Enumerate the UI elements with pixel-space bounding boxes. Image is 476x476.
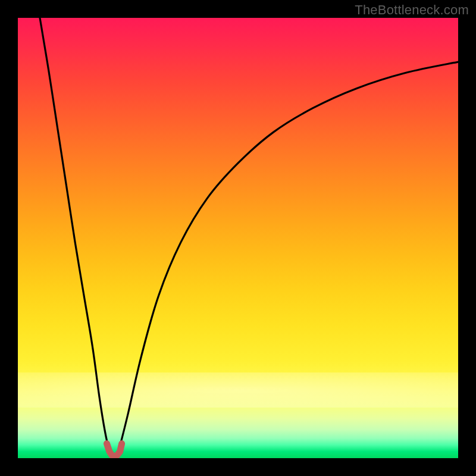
- plot-area: [18, 18, 458, 458]
- curve-layer: [18, 18, 458, 458]
- curve-left-branch: [40, 18, 110, 456]
- watermark-text: TheBottleneck.com: [355, 2, 469, 18]
- chart-frame: TheBottleneck.com: [0, 0, 476, 476]
- curve-right-branch: [119, 62, 458, 449]
- valley-marker: [107, 444, 121, 456]
